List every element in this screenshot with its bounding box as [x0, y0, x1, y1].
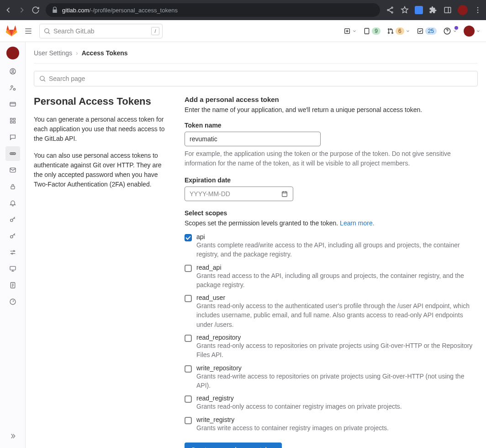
sidebar-item-chat[interactable]: [5, 130, 20, 144]
breadcrumb-parent[interactable]: User Settings: [34, 49, 72, 57]
browser-menu-icon[interactable]: [473, 5, 482, 15]
svg-point-30: [10, 219, 12, 221]
sidebar-item-access-tokens[interactable]: [5, 146, 20, 161]
extensions-puzzle-icon[interactable]: [428, 5, 438, 15]
sidebar-item-gpg-keys[interactable]: [5, 229, 20, 243]
svg-rect-38: [282, 192, 287, 197]
gauge-icon: [9, 298, 16, 305]
svg-point-27: [14, 154, 14, 154]
token-name-input[interactable]: [185, 132, 321, 146]
sidebar-item-authentication-log[interactable]: [5, 278, 20, 293]
learn-more-link[interactable]: Learn more.: [340, 219, 374, 227]
issues-count: 9: [372, 27, 380, 35]
scope-name[interactable]: write_registry: [196, 416, 478, 423]
scope-checkbox-read_user[interactable]: [185, 295, 192, 302]
todos-link[interactable]: 25: [417, 27, 437, 35]
scope-checkbox-api[interactable]: [185, 234, 192, 241]
user-menu[interactable]: [464, 26, 481, 37]
svg-rect-34: [10, 267, 16, 270]
sidebar-item-billing[interactable]: [5, 97, 20, 112]
scope-help: Grants write access to container registr…: [196, 423, 478, 432]
svg-point-6: [477, 12, 478, 13]
lock-icon: [9, 183, 16, 190]
breadcrumb-sep-icon: ›: [76, 49, 78, 57]
calendar-icon: [281, 190, 288, 197]
svg-point-11: [388, 32, 390, 33]
gitlab-topbar: Search GitLab / 9 6 25: [0, 20, 486, 42]
browser-reload-icon[interactable]: [31, 5, 40, 15]
scope-checkbox-write_repository[interactable]: [185, 365, 192, 373]
browser-forward-icon[interactable]: [17, 5, 26, 15]
panel-icon[interactable]: [443, 5, 452, 15]
scope-checkbox-read_repository[interactable]: [185, 335, 192, 342]
svg-point-16: [12, 70, 14, 72]
gitlab-logo-icon[interactable]: [5, 25, 17, 37]
expiration-placeholder: YYYY-MM-DD: [190, 190, 230, 197]
chevron-down-icon: [406, 29, 410, 33]
scope-checkbox-read_api[interactable]: [185, 265, 192, 272]
lock-icon: [51, 6, 58, 14]
scope-row-write_registry: write_registryGrants write access to con…: [185, 416, 478, 432]
sidebar-item-ssh-keys[interactable]: [5, 212, 20, 227]
create-token-button[interactable]: Create personal access token: [185, 443, 282, 448]
merge-request-icon: [387, 27, 394, 35]
user-avatar: [464, 26, 475, 37]
help-dropdown[interactable]: [443, 27, 457, 35]
svg-point-31: [10, 235, 12, 238]
sidebar-item-password[interactable]: [5, 179, 20, 194]
scope-name[interactable]: read_user: [196, 294, 478, 301]
sidebar-item-active-sessions[interactable]: [5, 261, 20, 276]
scope-help: Grants complete read/write access to the…: [196, 240, 478, 259]
token-name-help: For example, the application using the t…: [185, 149, 478, 168]
svg-point-0: [391, 7, 393, 8]
scope-row-read_repository: read_repositoryGrants read-only access t…: [185, 334, 478, 360]
help-icon: [443, 27, 451, 35]
sidebar-item-applications[interactable]: [5, 113, 20, 128]
scope-name[interactable]: api: [196, 233, 478, 240]
expiration-label: Expiration date: [185, 176, 478, 184]
url-text: gitlab.com/-/profile/personal_access_tok…: [62, 7, 178, 14]
sidebar-item-notifications[interactable]: [5, 196, 20, 210]
monitor-icon: [9, 265, 16, 272]
gitlab-search-input[interactable]: Search GitLab /: [39, 24, 163, 38]
browser-back-icon[interactable]: [4, 5, 13, 15]
todo-check-icon: [417, 27, 424, 35]
sidebar-user-avatar[interactable]: [6, 47, 19, 59]
sidebar-expand-button[interactable]: [5, 429, 20, 443]
new-dropdown[interactable]: [343, 27, 357, 35]
hamburger-menu-icon[interactable]: [22, 25, 35, 37]
sidebar-item-preferences[interactable]: [5, 245, 20, 260]
extension-icon[interactable]: [415, 6, 423, 14]
page-search-input[interactable]: Search page: [34, 71, 478, 86]
browser-profile-avatar[interactable]: [458, 5, 468, 15]
scope-checkbox-write_registry[interactable]: [185, 417, 192, 424]
share-icon[interactable]: [386, 5, 395, 15]
svg-point-17: [11, 85, 13, 87]
scope-name[interactable]: read_api: [196, 264, 478, 271]
chevron-down-icon: [476, 29, 481, 33]
svg-point-1: [387, 10, 389, 11]
issues-link[interactable]: 9: [363, 27, 380, 35]
expiration-date-input[interactable]: YYYY-MM-DD: [185, 187, 293, 201]
scope-row-write_repository: write_repositoryGrants read-write access…: [185, 364, 478, 390]
sidebar-item-usage-quotas[interactable]: [5, 294, 20, 309]
svg-point-25: [11, 154, 12, 154]
sidebar-item-profile[interactable]: [5, 64, 20, 79]
sidebar-item-account[interactable]: [5, 80, 20, 95]
sidebar-item-emails[interactable]: [5, 163, 20, 177]
chevron-down-icon: [453, 29, 457, 33]
scope-name[interactable]: write_repository: [196, 364, 478, 372]
scope-help: Grants read-only access to container reg…: [196, 402, 478, 411]
scope-name[interactable]: read_registry: [196, 395, 478, 402]
svg-rect-19: [10, 102, 16, 106]
scope-checkbox-read_registry[interactable]: [185, 395, 192, 403]
merge-requests-dropdown[interactable]: 6: [387, 27, 410, 35]
scope-name[interactable]: read_repository: [196, 334, 478, 341]
bookmark-star-icon[interactable]: [400, 5, 409, 15]
svg-point-5: [477, 10, 478, 11]
address-bar[interactable]: gitlab.com/-/profile/personal_access_tok…: [46, 3, 380, 17]
svg-point-4: [477, 7, 478, 8]
scope-help: Grants read-write access to repositories…: [196, 372, 478, 390]
credit-card-icon: [9, 101, 16, 108]
svg-rect-9: [365, 28, 369, 34]
